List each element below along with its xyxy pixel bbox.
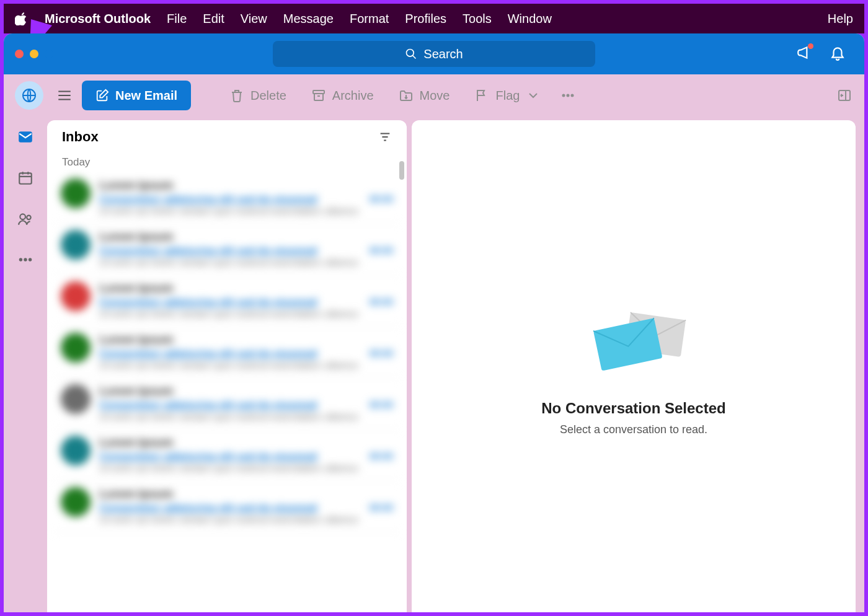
notification-dot-icon (808, 43, 813, 49)
move-button[interactable]: Move (389, 88, 460, 103)
svg-rect-13 (19, 173, 32, 183)
menu-help[interactable]: Help (828, 12, 853, 26)
mac-menu-bar: Microsoft Outlook File Edit View Message… (4, 4, 864, 33)
scrollbar-thumb[interactable] (399, 161, 404, 180)
email-row[interactable]: Lorem Ipsum Consectetur adipiscing elit … (55, 481, 399, 532)
archive-icon (311, 88, 326, 103)
svg-rect-23 (593, 318, 663, 371)
web-view-button[interactable] (15, 81, 43, 110)
maximize-window-button[interactable] (45, 50, 53, 58)
flag-button[interactable]: Flag (464, 88, 551, 103)
panel-collapse-icon (837, 88, 852, 103)
notifications-button[interactable] (830, 45, 846, 63)
menu-profiles[interactable]: Profiles (405, 12, 446, 26)
flag-label: Flag (495, 89, 520, 103)
menu-file[interactable]: File (167, 12, 187, 26)
sidebar-calendar[interactable] (17, 170, 33, 188)
menu-message[interactable]: Message (283, 12, 334, 26)
calendar-icon (17, 170, 33, 186)
window-traffic-lights[interactable] (15, 50, 53, 58)
svg-point-1 (407, 50, 414, 57)
email-row[interactable]: Lorem Ipsum Consectetur adipiscing elit … (55, 429, 399, 481)
bell-icon (830, 45, 846, 61)
menu-format[interactable]: Format (350, 12, 389, 26)
more-icon (560, 88, 575, 103)
move-label: Move (420, 89, 450, 103)
empty-state-title: No Conversation Selected (541, 400, 725, 417)
people-icon (17, 211, 33, 227)
sidebar-people[interactable] (17, 211, 33, 229)
close-window-button[interactable] (15, 50, 24, 58)
menu-view[interactable]: View (241, 12, 267, 26)
folder-move-icon (399, 88, 414, 103)
left-sidebar (4, 117, 47, 612)
search-placeholder: Search (423, 47, 463, 61)
globe-icon (22, 88, 37, 103)
svg-point-18 (29, 258, 31, 260)
email-row[interactable]: Lorem Ipsum Consectetur adipiscing elit … (55, 224, 399, 275)
filter-icon[interactable] (378, 130, 392, 144)
svg-point-15 (27, 216, 30, 220)
email-list-blurred: Lorem Ipsum Consectetur adipiscing elit … (47, 172, 407, 532)
archive-label: Archive (332, 89, 374, 103)
new-email-label: New Email (115, 89, 177, 103)
sidebar-mail[interactable] (17, 129, 33, 147)
svg-rect-7 (313, 90, 324, 94)
more-icon (17, 252, 33, 268)
svg-point-9 (567, 95, 569, 97)
toggle-nav-button[interactable] (52, 83, 77, 108)
search-input[interactable]: Search (273, 41, 595, 67)
minimize-window-button[interactable] (30, 50, 38, 58)
svg-point-14 (20, 214, 25, 219)
delete-label: Delete (250, 89, 286, 103)
sidebar-more[interactable] (17, 252, 33, 270)
window-titlebar: Search (4, 33, 864, 74)
menu-edit[interactable]: Edit (203, 12, 224, 26)
reading-pane: No Conversation Selected Select a conver… (412, 120, 856, 612)
hamburger-icon (56, 87, 73, 103)
chevron-down-icon (526, 88, 541, 103)
section-today: Today (47, 149, 407, 172)
search-icon (405, 48, 417, 60)
svg-line-2 (413, 56, 416, 59)
message-list-pane: Inbox Today Lorem Ipsum Consectetur adip… (47, 120, 407, 612)
archive-button[interactable]: Archive (301, 88, 384, 103)
app-name[interactable]: Microsoft Outlook (45, 12, 151, 26)
collapse-reading-pane-button[interactable] (837, 88, 852, 103)
apple-menu-icon[interactable] (15, 12, 29, 25)
email-row[interactable]: Lorem Ipsum Consectetur adipiscing elit … (55, 378, 399, 429)
folder-title: Inbox (62, 129, 99, 145)
svg-rect-11 (839, 90, 850, 100)
toolbar: New Email Delete Archive Move Flag (4, 74, 864, 117)
svg-point-16 (20, 258, 22, 260)
empty-state-illustration (572, 297, 696, 384)
trash-icon (229, 88, 244, 103)
email-row[interactable]: Lorem Ipsum Consectetur adipiscing elit … (55, 327, 399, 378)
email-row[interactable]: Lorem Ipsum Consectetur adipiscing elit … (55, 275, 399, 327)
compose-icon (95, 89, 109, 102)
mail-icon (17, 129, 33, 145)
delete-button[interactable]: Delete (219, 88, 296, 103)
new-email-button[interactable]: New Email (82, 81, 191, 110)
announcements-button[interactable] (796, 45, 812, 63)
more-actions-button[interactable] (556, 88, 580, 103)
svg-point-10 (572, 95, 574, 97)
empty-state-subtitle: Select a conversation to read. (560, 423, 707, 436)
menu-window[interactable]: Window (508, 12, 552, 26)
outlook-window: Search New Email Delete (4, 33, 864, 612)
menu-tools[interactable]: Tools (463, 12, 492, 26)
flag-icon (474, 88, 489, 103)
svg-point-17 (24, 258, 26, 260)
svg-point-8 (563, 95, 565, 97)
email-row[interactable]: Lorem Ipsum Consectetur adipiscing elit … (55, 172, 399, 224)
